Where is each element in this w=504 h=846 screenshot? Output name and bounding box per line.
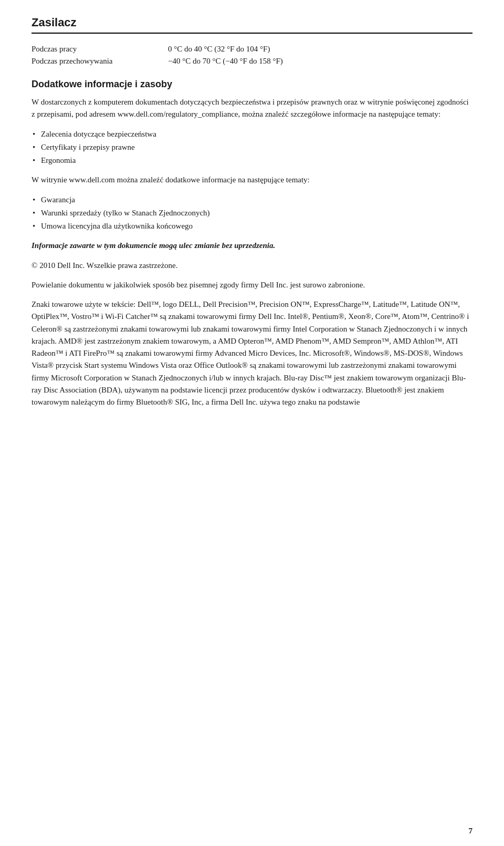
section-title: Zasilacz bbox=[32, 16, 77, 29]
rights: Wszelkie prawa zastrzeżone. bbox=[87, 261, 178, 270]
list-item: Ergonomia bbox=[32, 154, 472, 167]
copyright-text: © 2010 Dell Inc. Wszelkie prawa zastrzeż… bbox=[32, 260, 472, 272]
bullet-list-1: Zalecenia dotyczące bezpieczeństwaCertyf… bbox=[32, 128, 472, 167]
list-item: Warunki sprzedaży (tylko w Stanach Zjedn… bbox=[32, 207, 472, 219]
list-item: Umowa licencyjna dla użytkownika końcowe… bbox=[32, 220, 472, 232]
bullet-list-2: GwarancjaWarunki sprzedaży (tylko w Stan… bbox=[32, 194, 472, 233]
list-item: Certyfikaty i przepisy prawne bbox=[32, 141, 472, 153]
spec-table: Podczas pracy0 °C do 40 °C (32 °F do 104… bbox=[32, 43, 472, 67]
copyright: © 2010 Dell Inc. bbox=[32, 261, 87, 270]
notice-text: Informacje zawarte w tym dokumencie mogą… bbox=[32, 240, 472, 252]
spec-label: Podczas pracy bbox=[32, 43, 168, 55]
page-number: 7 bbox=[469, 827, 473, 835]
notice-bold: Informacje zawarte w tym dokumencie mogą… bbox=[32, 241, 275, 250]
intro-text-content: W dostarczonych z komputerem dokumentach… bbox=[32, 98, 469, 118]
section-header: Zasilacz bbox=[32, 16, 472, 34]
intro-text: W dostarczonych z komputerem dokumentach… bbox=[32, 96, 472, 121]
spec-value: 0 °C do 40 °C (32 °F do 104 °F) bbox=[168, 43, 472, 55]
list-item: Gwarancja bbox=[32, 194, 472, 206]
spec-row: Podczas przechowywania−40 °C do 70 °C (−… bbox=[32, 55, 472, 67]
spec-row: Podczas pracy0 °C do 40 °C (32 °F do 104… bbox=[32, 43, 472, 55]
trademarks-para: Znaki towarowe użyte w tekście: Dell™, l… bbox=[32, 298, 472, 408]
second-para: W witrynie www.dell.com można znaleźć do… bbox=[32, 174, 472, 186]
spec-value: −40 °C do 70 °C (−40 °F do 158 °F) bbox=[168, 55, 472, 67]
copy-restriction-text: Powielanie dokumentu w jakikolwiek sposó… bbox=[32, 279, 472, 291]
additional-heading: Dodatkowe informacje i zasoby bbox=[32, 79, 472, 90]
spec-label: Podczas przechowywania bbox=[32, 55, 168, 67]
list-item: Zalecenia dotyczące bezpieczeństwa bbox=[32, 128, 472, 140]
